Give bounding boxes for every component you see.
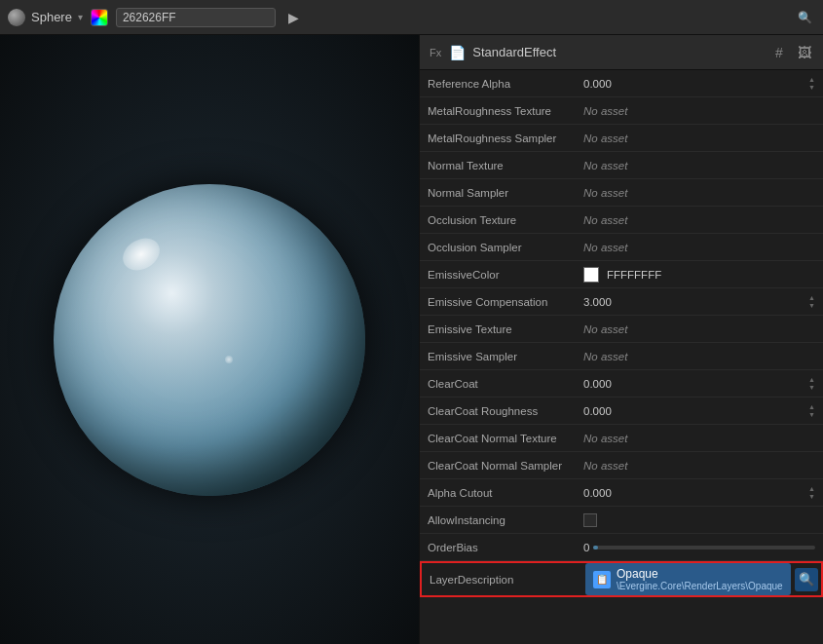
color-hex-input[interactable]: [116, 8, 276, 27]
sphere-icon: [8, 9, 25, 26]
prop-label: ClearCoat Normal Texture: [428, 433, 583, 444]
prop-label: Normal Sampler: [428, 187, 583, 199]
prop-value[interactable]: No asset: [583, 433, 815, 444]
prop-row-layer-description: LayerDescription 📋 Opaque \Evergine.Core…: [420, 561, 823, 597]
spinner[interactable]: ▲ ▼: [808, 485, 815, 500]
prop-label: ClearCoat Normal Sampler: [428, 460, 583, 472]
prop-label: Occlusion Texture: [428, 214, 583, 226]
sphere-highlight2: [225, 356, 233, 363]
prop-label: Occlusion Sampler: [428, 242, 583, 253]
search-button[interactable]: 🔍: [794, 7, 815, 28]
prop-value[interactable]: No asset: [583, 460, 815, 472]
no-asset-value: No asset: [583, 323, 627, 335]
prop-label: EmissiveColor: [428, 269, 583, 281]
allow-instancing-checkbox[interactable]: [583, 513, 597, 527]
spinner[interactable]: ▲ ▼: [808, 403, 815, 418]
prop-row-alpha-cutout: Alpha Cutout 0.000 ▲ ▼: [420, 479, 823, 507]
clearcoat-value: 0.000: [583, 378, 612, 390]
spinner-up-icon[interactable]: ▲: [808, 294, 815, 301]
prop-row-normal-texture: Normal Texture No asset: [420, 152, 823, 179]
prop-row-emissive-texture: Emissive Texture No asset: [420, 316, 823, 343]
order-bias-value: 0: [583, 542, 589, 553]
prop-value[interactable]: [583, 513, 815, 527]
prop-label: AllowInstancing: [428, 514, 583, 526]
prop-row-metalroughness-sampler: MetalRoughness Sampler No asset: [420, 125, 823, 152]
prop-row-order-bias: OrderBias 0: [420, 534, 823, 561]
prop-label: LayerDescription: [430, 574, 585, 586]
sphere-3d: [54, 184, 365, 496]
prop-value[interactable]: FFFFFFFF: [583, 267, 815, 283]
fx-label: Fx: [430, 47, 441, 58]
prop-row-metalroughness-texture: MetalRoughness Texture No asset: [420, 97, 823, 125]
object-selector[interactable]: Sphere ▾: [8, 9, 83, 26]
spinner[interactable]: ▲ ▼: [808, 294, 815, 309]
spinner-down-icon[interactable]: ▼: [808, 493, 815, 500]
props-header: Fx 📄 StandardEffect # 🖼: [420, 35, 823, 70]
layer-asset-name: Opaque: [617, 567, 783, 581]
prop-label: Emissive Texture: [428, 323, 583, 335]
reference-alpha-value: 0.000: [583, 78, 612, 90]
prop-value[interactable]: No asset: [583, 187, 815, 199]
layer-asset[interactable]: 📋 Opaque \Evergine.Core\RenderLayers\Opa…: [585, 563, 791, 595]
prop-value[interactable]: No asset: [583, 351, 815, 362]
spinner-down-icon[interactable]: ▼: [808, 302, 815, 309]
main-area: Fx 📄 StandardEffect # 🖼 Reference Alpha …: [0, 35, 823, 644]
no-asset-value: No asset: [583, 460, 627, 472]
props-content[interactable]: Reference Alpha 0.000 ▲ ▼ MetalRoughness…: [420, 70, 823, 644]
prop-value[interactable]: No asset: [583, 133, 815, 144]
play-button[interactable]: ▶: [283, 7, 305, 28]
prop-value[interactable]: No asset: [583, 214, 815, 226]
emissive-compensation-value: 3.000: [583, 296, 612, 308]
prop-row-allow-instancing: AllowInstancing: [420, 507, 823, 534]
prop-value[interactable]: No asset: [583, 242, 815, 253]
spinner-up-icon[interactable]: ▲: [808, 403, 815, 410]
prop-value[interactable]: No asset: [583, 105, 815, 117]
no-asset-value: No asset: [583, 105, 627, 117]
spinner-down-icon[interactable]: ▼: [808, 384, 815, 391]
prop-value[interactable]: No asset: [583, 323, 815, 335]
spinner[interactable]: ▲ ▼: [808, 76, 815, 91]
no-asset-value: No asset: [583, 187, 627, 199]
order-bias-slider[interactable]: [593, 546, 815, 549]
spinner[interactable]: ▲ ▼: [808, 376, 815, 391]
prop-value[interactable]: 0.000 ▲ ▼: [583, 403, 815, 418]
spinner-down-icon[interactable]: ▼: [808, 411, 815, 418]
prop-value[interactable]: 0.000 ▲ ▼: [583, 376, 815, 391]
search-icon: 🔍: [798, 11, 812, 24]
emissive-color-swatch[interactable]: [583, 267, 599, 283]
prop-label: MetalRoughness Sampler: [428, 133, 583, 144]
image-icon[interactable]: 🖼: [796, 44, 813, 61]
no-asset-value: No asset: [583, 214, 627, 226]
sphere-highlight: [118, 232, 167, 277]
prop-label: Emissive Sampler: [428, 351, 583, 362]
effect-icon: 📄: [449, 45, 465, 60]
prop-value[interactable]: 3.000 ▲ ▼: [583, 294, 815, 309]
prop-value[interactable]: No asset: [583, 160, 815, 171]
spinner-up-icon[interactable]: ▲: [808, 76, 815, 83]
prop-value[interactable]: 0.000 ▲ ▼: [583, 76, 815, 91]
layer-search-icon: 🔍: [799, 572, 814, 587]
layer-asset-text: Opaque \Evergine.Core\RenderLayers\Opaqu…: [617, 567, 783, 591]
prop-row-emissive-compensation: Emissive Compensation 3.000 ▲ ▼: [420, 288, 823, 316]
no-asset-value: No asset: [583, 160, 627, 171]
no-asset-value: No asset: [583, 242, 627, 253]
spinner-up-icon[interactable]: ▲: [808, 485, 815, 492]
prop-row-occlusion-sampler: Occlusion Sampler No asset: [420, 234, 823, 261]
prop-label: Reference Alpha: [428, 78, 583, 90]
play-icon: ▶: [288, 10, 299, 25]
spinner-up-icon[interactable]: ▲: [808, 376, 815, 383]
hash-icon[interactable]: #: [770, 44, 788, 61]
color-picker-icon[interactable]: [91, 9, 108, 26]
prop-value[interactable]: 0.000 ▲ ▼: [583, 485, 815, 500]
layer-asset-path: \Evergine.Core\RenderLayers\Opaque: [617, 581, 783, 591]
prop-value[interactable]: 0: [583, 542, 815, 553]
spinner-down-icon[interactable]: ▼: [808, 84, 815, 91]
prop-label: OrderBias: [428, 542, 583, 553]
layer-search-button[interactable]: 🔍: [795, 568, 818, 591]
prop-row-clearcoat-normal-sampler: ClearCoat Normal Sampler No asset: [420, 452, 823, 479]
prop-row-reference-alpha: Reference Alpha 0.000 ▲ ▼: [420, 70, 823, 97]
prop-label: ClearCoat: [428, 378, 583, 390]
effect-title: StandardEffect: [472, 45, 763, 59]
prop-label: Normal Texture: [428, 160, 583, 171]
viewport: [0, 35, 419, 644]
